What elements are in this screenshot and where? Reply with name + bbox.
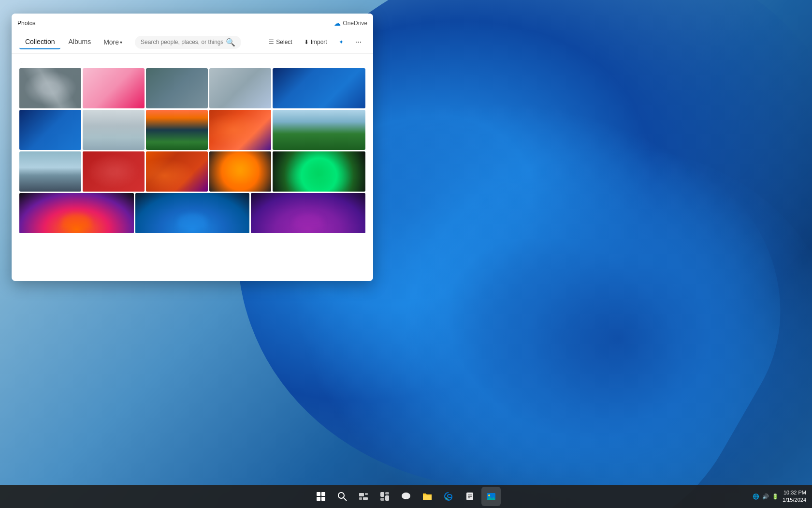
photo-thumb[interactable] [209,68,271,108]
more-options-button[interactable]: ··· [351,36,365,48]
tab-more[interactable]: More ▾ [99,35,127,49]
svg-point-21 [488,494,490,496]
chat-icon [401,491,411,502]
photo-thumb[interactable] [83,68,145,108]
photo-grid: · [12,54,373,281]
thumb-inner [251,193,365,233]
taskbar-icon-explorer[interactable] [418,487,437,506]
photo-thumb[interactable] [83,151,145,192]
svg-rect-1 [321,492,325,496]
taskbar-icon-notepad[interactable] [460,487,479,506]
taskbar-icon-search[interactable] [333,487,352,506]
title-bar-left: Photos [17,20,35,27]
search-bar[interactable]: 🔍 [135,36,241,49]
onedrive-label: ☁ OneDrive [334,19,367,27]
import-button[interactable]: ⬇ Import [300,37,331,47]
notepad-icon [465,492,474,501]
nav-tabs: Collection Albums More ▾ [19,35,127,49]
thumb-inner [19,110,81,150]
photo-thumb[interactable] [273,151,365,192]
photo-thumb[interactable] [19,110,81,150]
svg-rect-6 [359,493,364,496]
photo-thumb[interactable] [273,68,365,108]
search-input[interactable] [141,39,223,45]
select-label: Select [276,39,292,45]
grid-date: · [19,60,365,65]
taskbar-icon-widgets[interactable] [375,487,394,506]
thumb-inner [273,68,365,108]
search-icon: 🔍 [226,38,235,47]
photo-thumb[interactable] [135,193,250,233]
taskbar-icon-chat[interactable] [396,487,416,506]
taskbar-icon-start[interactable] [311,487,331,506]
explorer-icon [422,492,433,501]
svg-rect-3 [321,497,325,501]
svg-rect-2 [317,497,320,501]
taskbar-icon-taskview[interactable] [354,487,373,506]
svg-rect-9 [363,497,368,500]
toolbar: Collection Albums More ▾ 🔍 ☰ Select ⬇ Im… [12,33,373,54]
taskview-icon [359,492,368,501]
taskbar-icon-photos[interactable] [481,487,501,506]
photo-thumb[interactable] [251,193,365,233]
taskbar-search-icon [337,492,347,501]
thumb-inner [19,193,134,233]
grid-row-3 [19,151,365,192]
onedrive-text: OneDrive [343,20,367,27]
tab-albums[interactable]: Albums [62,35,97,49]
photo-thumb[interactable] [19,193,134,233]
svg-rect-7 [365,493,368,495]
taskbar-icon-edge[interactable] [439,487,458,506]
thumb-inner [209,151,271,192]
magic-button[interactable]: ✦ [335,37,348,47]
chevron-down-icon: ▾ [120,40,122,45]
photo-thumb[interactable] [19,151,81,192]
grid-row-2 [19,110,365,150]
time-display[interactable]: 10:32 PM 1/15/2024 [783,489,806,504]
photo-thumb[interactable] [146,110,208,150]
photo-thumb[interactable] [209,151,271,192]
svg-rect-11 [385,492,389,494]
thumb-inner [209,68,271,108]
select-icon: ☰ [269,39,274,45]
photo-thumb[interactable] [19,68,81,108]
thumb-inner [19,68,81,108]
thumb-inner [209,110,271,150]
select-button[interactable]: ☰ Select [265,37,296,47]
clock-time: 10:32 PM [783,489,806,496]
thumb-inner [146,110,208,150]
volume-icon: 🔊 [762,493,769,500]
thumb-inner [273,110,365,150]
photo-thumb[interactable] [273,110,365,150]
import-icon: ⬇ [304,39,309,45]
magic-icon: ✦ [339,39,344,45]
title-bar: Photos ☁ OneDrive [12,14,373,33]
photo-thumb[interactable] [83,110,145,150]
photo-thumb[interactable] [209,110,271,150]
grid-row-1 [19,68,365,108]
photos-app-window: Photos ☁ OneDrive Collection Albums More… [12,14,373,281]
cloud-icon: ☁ [334,19,341,27]
photo-thumb[interactable] [146,68,208,108]
thumb-inner [273,151,365,192]
app-title: Photos [17,20,35,27]
grid-row-4 [19,193,365,233]
network-icon: 🌐 [753,493,759,500]
taskbar-right: 🌐 🔊 🔋 10:32 PM 1/15/2024 [753,489,806,504]
svg-rect-13 [385,495,389,501]
svg-rect-8 [359,497,362,500]
start-icon [316,492,326,501]
thumb-inner [83,151,145,192]
battery-icon: 🔋 [772,493,779,500]
taskbar-center [311,487,501,506]
thumb-inner [146,151,208,192]
tab-collection[interactable]: Collection [19,35,60,49]
photo-thumb[interactable] [146,151,208,192]
thumb-inner [83,110,145,150]
taskbar: 🌐 🔊 🔋 10:32 PM 1/15/2024 [0,485,812,508]
more-tab-label: More [103,38,119,46]
thumb-inner [146,68,208,108]
thumb-inner [135,193,250,233]
widgets-icon [380,492,390,501]
svg-rect-10 [380,492,384,497]
